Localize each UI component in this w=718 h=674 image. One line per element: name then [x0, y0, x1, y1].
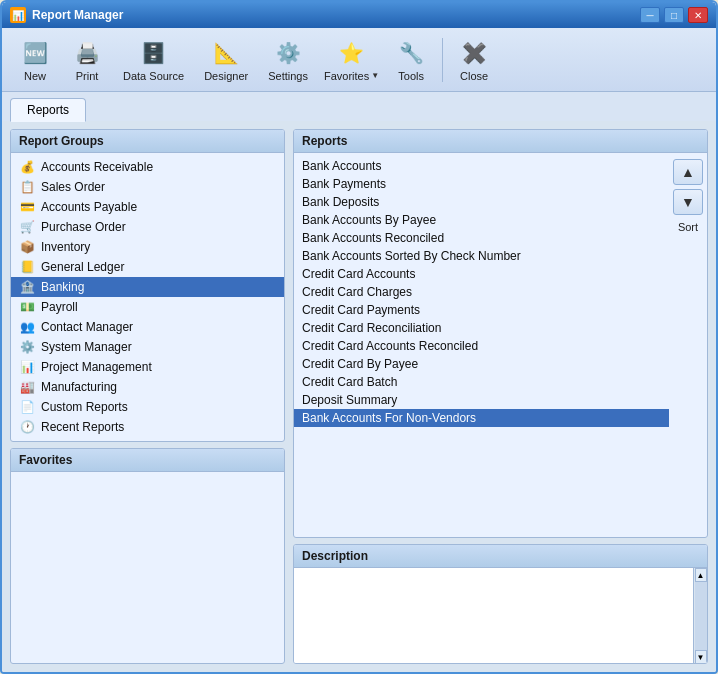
description-panel: Description ▲ ▼ — [293, 544, 708, 664]
group-icon-mfg: 🏭 — [19, 379, 35, 395]
report-groups-list: 💰Accounts Receivable📋Sales Order💳Account… — [11, 153, 284, 441]
tab-bar: Reports — [2, 92, 716, 121]
main-window: 📊 Report Manager ─ □ ✕ 🆕 New 🖨️ Print 🗄️… — [0, 0, 718, 674]
report-item-r2[interactable]: Bank Payments — [294, 175, 669, 193]
report-item-r3[interactable]: Bank Deposits — [294, 193, 669, 211]
tools-label: Tools — [398, 70, 424, 82]
report-item-r5[interactable]: Bank Accounts Reconciled — [294, 229, 669, 247]
minimize-button[interactable]: ─ — [640, 7, 660, 23]
report-item-r13[interactable]: Credit Card Batch — [294, 373, 669, 391]
tools-icon: 🔧 — [395, 37, 427, 69]
settings-label: Settings — [268, 70, 308, 82]
group-label-inv: Inventory — [41, 240, 90, 254]
reports-panel: Reports Bank AccountsBank PaymentsBank D… — [293, 129, 708, 538]
sort-down-button[interactable]: ▼ — [673, 189, 703, 215]
reports-header: Reports — [294, 130, 707, 153]
report-item-r8[interactable]: Credit Card Charges — [294, 283, 669, 301]
group-icon-so: 📋 — [19, 179, 35, 195]
group-icon-ap: 💳 — [19, 199, 35, 215]
favorites-content — [11, 472, 284, 552]
scroll-track — [695, 582, 707, 650]
tab-reports[interactable]: Reports — [10, 98, 86, 122]
group-item-cr[interactable]: 📄Custom Reports — [11, 397, 284, 417]
report-item-r7[interactable]: Credit Card Accounts — [294, 265, 669, 283]
group-item-proj[interactable]: 📊Project Management — [11, 357, 284, 377]
group-item-mfg[interactable]: 🏭Manufacturing — [11, 377, 284, 397]
group-item-ar[interactable]: 💰Accounts Receivable — [11, 157, 284, 177]
group-item-inv[interactable]: 📦Inventory — [11, 237, 284, 257]
favorites-header: Favorites — [11, 449, 284, 472]
close-window-button[interactable]: ✕ — [688, 7, 708, 23]
print-label: Print — [76, 70, 99, 82]
sort-label: Sort — [678, 221, 698, 233]
report-groups-panel: Report Groups 💰Accounts Receivable📋Sales… — [10, 129, 285, 442]
scroll-down-button[interactable]: ▼ — [695, 650, 707, 664]
new-button[interactable]: 🆕 New — [10, 32, 60, 87]
print-button[interactable]: 🖨️ Print — [62, 32, 112, 87]
toolbar-separator — [442, 38, 443, 82]
group-item-po[interactable]: 🛒Purchase Order — [11, 217, 284, 237]
report-item-r11[interactable]: Credit Card Accounts Reconciled — [294, 337, 669, 355]
description-scrollbar[interactable]: ▲ ▼ — [693, 568, 707, 664]
group-item-cm[interactable]: 👥Contact Manager — [11, 317, 284, 337]
group-item-gl[interactable]: 📒General Ledger — [11, 257, 284, 277]
settings-button[interactable]: ⚙️ Settings — [259, 32, 317, 87]
group-item-pay[interactable]: 💵Payroll — [11, 297, 284, 317]
toolbar: 🆕 New 🖨️ Print 🗄️ Data Source 📐 Designer… — [2, 28, 716, 92]
settings-icon: ⚙️ — [272, 37, 304, 69]
group-icon-ar: 💰 — [19, 159, 35, 175]
report-item-r1[interactable]: Bank Accounts — [294, 157, 669, 175]
favorites-label-row: Favorites ▼ — [324, 69, 379, 82]
favorites-icon: ⭐ — [336, 37, 368, 69]
right-panel: Reports Bank AccountsBank PaymentsBank D… — [293, 129, 708, 664]
group-label-cm: Contact Manager — [41, 320, 133, 334]
group-label-bank: Banking — [41, 280, 84, 294]
group-item-rr[interactable]: 🕐Recent Reports — [11, 417, 284, 437]
report-groups-header: Report Groups — [11, 130, 284, 153]
scroll-up-button[interactable]: ▲ — [695, 568, 707, 582]
close-label: Close — [460, 70, 488, 82]
report-item-r10[interactable]: Credit Card Reconciliation — [294, 319, 669, 337]
description-header: Description — [294, 545, 707, 568]
group-label-so: Sales Order — [41, 180, 105, 194]
group-label-po: Purchase Order — [41, 220, 126, 234]
print-icon: 🖨️ — [71, 37, 103, 69]
window-title: Report Manager — [32, 8, 123, 22]
group-label-mfg: Manufacturing — [41, 380, 117, 394]
tools-button[interactable]: 🔧 Tools — [386, 32, 436, 87]
group-label-ar: Accounts Receivable — [41, 160, 153, 174]
close-button[interactable]: ✖️ Close — [449, 32, 499, 87]
group-icon-cr: 📄 — [19, 399, 35, 415]
report-item-r9[interactable]: Credit Card Payments — [294, 301, 669, 319]
favorites-button[interactable]: ⭐ Favorites ▼ — [319, 32, 384, 87]
group-icon-inv: 📦 — [19, 239, 35, 255]
favorites-arrow-icon: ▼ — [371, 71, 379, 80]
datasource-icon: 🗄️ — [138, 37, 170, 69]
title-bar-left: 📊 Report Manager — [10, 7, 123, 23]
group-icon-rr: 🕐 — [19, 419, 35, 435]
designer-button[interactable]: 📐 Designer — [195, 32, 257, 87]
group-icon-pay: 💵 — [19, 299, 35, 315]
group-icon-proj: 📊 — [19, 359, 35, 375]
report-item-r4[interactable]: Bank Accounts By Payee — [294, 211, 669, 229]
report-item-r15[interactable]: Bank Accounts For Non-Vendors — [294, 409, 669, 427]
designer-icon: 📐 — [210, 37, 242, 69]
title-controls: ─ □ ✕ — [640, 7, 708, 23]
favorites-panel: Favorites — [10, 448, 285, 664]
report-item-r6[interactable]: Bank Accounts Sorted By Check Number — [294, 247, 669, 265]
report-item-r14[interactable]: Deposit Summary — [294, 391, 669, 409]
left-panel: Report Groups 💰Accounts Receivable📋Sales… — [10, 129, 285, 664]
group-icon-gl: 📒 — [19, 259, 35, 275]
group-item-so[interactable]: 📋Sales Order — [11, 177, 284, 197]
group-item-bank[interactable]: 🏦Banking — [11, 277, 284, 297]
sort-controls: ▲ ▼ Sort — [669, 153, 707, 537]
group-item-ap[interactable]: 💳Accounts Payable — [11, 197, 284, 217]
group-item-sys[interactable]: ⚙️System Manager — [11, 337, 284, 357]
sort-up-button[interactable]: ▲ — [673, 159, 703, 185]
app-icon: 📊 — [10, 7, 26, 23]
datasource-button[interactable]: 🗄️ Data Source — [114, 32, 193, 87]
group-icon-bank: 🏦 — [19, 279, 35, 295]
reports-list: Bank AccountsBank PaymentsBank DepositsB… — [294, 153, 669, 513]
maximize-button[interactable]: □ — [664, 7, 684, 23]
report-item-r12[interactable]: Credit Card By Payee — [294, 355, 669, 373]
